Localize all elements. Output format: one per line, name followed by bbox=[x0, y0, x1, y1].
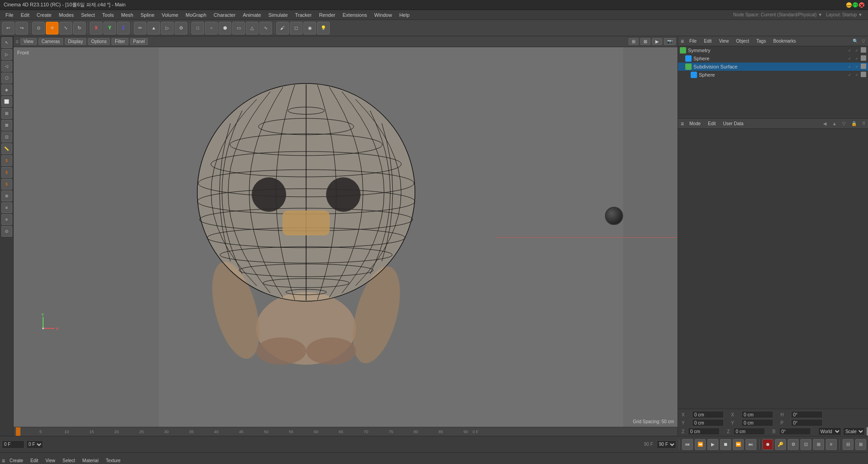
obj-object-btn[interactable]: Object bbox=[734, 38, 751, 44]
tl-stop-btn[interactable]: ⏹ bbox=[720, 439, 731, 450]
sym-lock-icon[interactable]: ✓ bbox=[853, 47, 860, 54]
redo-button[interactable]: ↪ bbox=[15, 22, 28, 34]
prop-menu-icon[interactable]: ≡ bbox=[681, 121, 684, 127]
tl-next-btn[interactable]: ⏩ bbox=[733, 439, 744, 450]
menu-modes[interactable]: Modes bbox=[55, 11, 78, 19]
sym-dots[interactable]: ⠿ bbox=[861, 47, 866, 53]
obj-subdivision[interactable]: Subdivision Surface ✓ ✓ ⠿ bbox=[678, 63, 868, 71]
timeline-settings-btn[interactable]: ≡ bbox=[826, 439, 837, 450]
tool-ruler[interactable]: 📏 bbox=[1, 143, 12, 154]
menu-help[interactable]: Help bbox=[395, 11, 413, 19]
menu-window[interactable]: Window bbox=[371, 11, 395, 19]
b-input[interactable] bbox=[779, 428, 811, 435]
tl-prev-btn[interactable]: ⏪ bbox=[695, 439, 706, 450]
prop-edit-btn[interactable]: Edit bbox=[706, 121, 717, 127]
cylinder-button[interactable]: ⬟ bbox=[219, 22, 231, 34]
world-select[interactable]: World Object bbox=[818, 427, 841, 435]
tool-model[interactable]: ◈ bbox=[1, 84, 12, 95]
vp-render-btn[interactable]: ▶ bbox=[652, 38, 662, 45]
sub-vis-icon[interactable]: ✓ bbox=[846, 63, 853, 70]
tool-select[interactable]: ⬜ bbox=[1, 96, 12, 107]
tool-circle[interactable]: ⊙ bbox=[1, 226, 12, 237]
vp-lock-btn[interactable]: ⊠ bbox=[640, 38, 650, 45]
plane-button[interactable]: ▭ bbox=[232, 22, 245, 34]
display-button[interactable]: Display bbox=[65, 38, 86, 45]
obj-filter-icon[interactable]: ▽ bbox=[862, 39, 865, 44]
rotate-button[interactable]: ↻ bbox=[73, 22, 86, 34]
current-frame-input[interactable] bbox=[2, 440, 24, 449]
tool-dollar1[interactable]: $ bbox=[1, 155, 12, 166]
tool-layers[interactable]: ≡ bbox=[1, 202, 12, 213]
menu-character[interactable]: Character bbox=[210, 11, 239, 19]
end-frame-select[interactable]: 90 F bbox=[657, 440, 676, 449]
sub-dots[interactable]: ⠿ bbox=[861, 63, 866, 69]
tl-view2-btn[interactable]: ⊞ bbox=[855, 439, 866, 450]
y-pos-input[interactable] bbox=[692, 419, 724, 426]
tool-sculpt[interactable]: ⊠ bbox=[1, 120, 12, 131]
obj-menu-icon[interactable]: ≡ bbox=[681, 38, 684, 44]
panel-button[interactable]: Panel bbox=[130, 38, 148, 45]
obj-edit-btn[interactable]: Edit bbox=[702, 38, 713, 44]
filter-button[interactable]: Filter bbox=[112, 38, 128, 45]
tool-point[interactable]: ⬡ bbox=[1, 73, 12, 83]
tool-axis[interactable]: ⊡ bbox=[1, 132, 12, 142]
x-size-input[interactable] bbox=[741, 411, 773, 418]
prop-filter-icon[interactable]: ▽ bbox=[842, 121, 846, 126]
menu-select[interactable]: Select bbox=[78, 11, 99, 19]
cameras-button[interactable]: Cameras bbox=[39, 38, 63, 45]
prop-up-icon[interactable]: ▲ bbox=[832, 121, 837, 126]
menu-render[interactable]: Render bbox=[315, 11, 339, 19]
prop-lock-icon[interactable]: 🔒 bbox=[851, 121, 857, 126]
live-select-button[interactable]: ⊙ bbox=[32, 22, 45, 34]
y-size-input[interactable] bbox=[741, 419, 773, 426]
obj-sphere-2[interactable]: Sphere ✓ ✓ ⠿ bbox=[678, 71, 868, 79]
tool-dollar3[interactable]: $ bbox=[1, 179, 12, 190]
tool-move[interactable]: ↖ bbox=[1, 37, 12, 48]
sphere-button[interactable]: ○ bbox=[205, 22, 218, 34]
sp2-vis-icon[interactable]: ✓ bbox=[846, 72, 853, 78]
sub-lock-icon[interactable]: ✓ bbox=[853, 63, 860, 70]
motion-btn[interactable]: ⊡ bbox=[800, 439, 811, 450]
obj-tags-btn[interactable]: Tags bbox=[755, 38, 768, 44]
x-pos-input[interactable] bbox=[692, 411, 724, 418]
tl-view1-btn[interactable]: ⊟ bbox=[843, 439, 853, 450]
scale-button[interactable]: ⤡ bbox=[59, 22, 72, 34]
h-input[interactable] bbox=[791, 411, 823, 418]
menu-extensions[interactable]: Extensions bbox=[339, 11, 371, 19]
move-button[interactable]: ✛ bbox=[46, 22, 59, 34]
menu-volume[interactable]: Volume bbox=[158, 11, 182, 19]
tool-layers2[interactable]: ≡ bbox=[1, 214, 12, 225]
y-axis-button[interactable]: Y bbox=[103, 22, 116, 34]
mat-material-btn[interactable]: Material bbox=[80, 457, 102, 464]
z-axis-button[interactable]: Z bbox=[117, 22, 130, 34]
auto-key-btn[interactable]: ⚙ bbox=[788, 439, 799, 450]
menu-spline[interactable]: Spline bbox=[137, 11, 158, 19]
x-axis-button[interactable]: X bbox=[90, 22, 102, 34]
menu-animate[interactable]: Animate bbox=[239, 11, 264, 19]
frame-select[interactable]: 0 F bbox=[26, 440, 43, 449]
cube-button[interactable]: □ bbox=[191, 22, 204, 34]
menu-create[interactable]: Create bbox=[33, 11, 55, 19]
obj-search-icon[interactable]: 🔍 bbox=[853, 39, 858, 44]
vp-icons-btn[interactable]: ⊞ bbox=[629, 38, 639, 45]
mode-btn[interactable]: Mode bbox=[688, 121, 702, 127]
tl-end-btn[interactable]: ⏭ bbox=[746, 439, 756, 450]
menu-tracker[interactable]: Tracker bbox=[292, 11, 316, 19]
prop-back-icon[interactable]: ◀ bbox=[823, 121, 827, 126]
menu-mesh[interactable]: Mesh bbox=[117, 11, 137, 19]
mat-select-btn[interactable]: Select bbox=[60, 457, 78, 464]
prop-dots-icon[interactable]: ⠿ bbox=[862, 121, 865, 126]
menu-tools[interactable]: Tools bbox=[98, 11, 117, 19]
record-btn[interactable]: ⏺ bbox=[762, 439, 773, 450]
z-pos-input[interactable] bbox=[688, 428, 720, 435]
polygon-pen-button[interactable]: ✏ bbox=[134, 22, 146, 34]
tl-start-btn[interactable]: ⏮ bbox=[682, 439, 693, 450]
extrude-button[interactable]: ▲ bbox=[147, 22, 160, 34]
brush-button[interactable]: 🖌 bbox=[276, 22, 289, 34]
tool-polygon[interactable]: ▷ bbox=[1, 49, 12, 60]
tool-magnet[interactable]: ⊛ bbox=[1, 190, 12, 201]
key-btn[interactable]: 🔑 bbox=[775, 439, 786, 450]
close-button[interactable]: ✕ bbox=[859, 2, 864, 8]
p-input[interactable] bbox=[791, 419, 823, 426]
vp-cam-btn[interactable]: 📷 bbox=[664, 38, 676, 45]
